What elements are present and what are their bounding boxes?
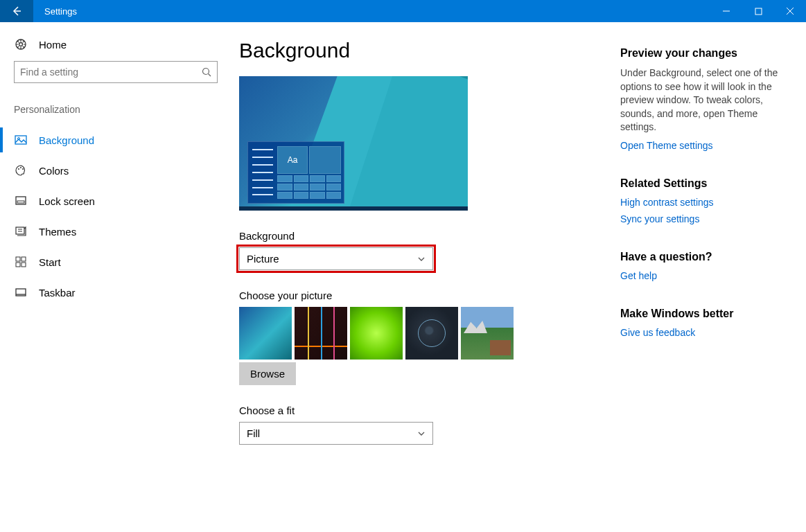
chevron-down-icon (417, 255, 426, 263)
svg-rect-0 (755, 8, 762, 15)
nav-item-start[interactable]: Start (14, 247, 215, 277)
settings-column: Background Aa Background Picture Choose … (239, 39, 606, 532)
svg-point-6 (18, 168, 19, 170)
picture-thumb-4[interactable] (405, 307, 458, 360)
home-label: Home (39, 39, 67, 51)
nav-label: Themes (39, 226, 76, 238)
picture-thumb-2[interactable] (295, 307, 347, 360)
close-icon (786, 7, 794, 15)
nav-item-taskbar[interactable]: Taskbar (14, 277, 215, 308)
choose-picture-label: Choose your picture (239, 290, 606, 301)
background-label: Background (239, 230, 606, 242)
search-input[interactable] (20, 66, 202, 78)
question-title: Have a question? (620, 251, 785, 263)
window-title: Settings (33, 0, 77, 22)
background-preview: Aa (239, 76, 468, 211)
nav-item-background[interactable]: Background (14, 125, 215, 155)
get-help-link[interactable]: Get help (620, 270, 785, 281)
section-label: Personalization (14, 104, 215, 115)
give-feedback-link[interactable]: Give us feedback (620, 327, 785, 338)
background-dropdown[interactable]: Picture (239, 247, 433, 270)
open-theme-settings-link[interactable]: Open Theme settings (620, 140, 785, 151)
minimize-button[interactable] (710, 0, 742, 22)
lockscreen-icon (14, 194, 28, 208)
svg-point-3 (203, 69, 209, 75)
svg-rect-10 (17, 201, 24, 203)
nav-label: Start (39, 256, 61, 268)
browse-button[interactable]: Browse (239, 362, 296, 385)
start-icon (14, 255, 28, 269)
picture-thumb-3[interactable] (350, 307, 403, 360)
search-box[interactable] (14, 61, 218, 83)
home-icon (14, 37, 28, 51)
nav-label: Taskbar (39, 287, 76, 299)
nav-item-colors[interactable]: Colors (14, 155, 215, 186)
feedback-title: Make Windows better (620, 308, 785, 320)
fit-dropdown[interactable]: Fill (239, 422, 433, 445)
sync-settings-link[interactable]: Sync your settings (620, 213, 785, 224)
sidebar: Home Personalization Background Colors L… (0, 22, 229, 532)
picture-thumb-1[interactable] (239, 307, 292, 360)
back-button[interactable] (0, 0, 33, 22)
themes-icon (14, 224, 28, 238)
high-contrast-link[interactable]: High contrast settings (620, 197, 785, 208)
picture-thumb-5[interactable] (461, 307, 514, 360)
maximize-button[interactable] (742, 0, 774, 22)
fit-label: Choose a fit (239, 405, 606, 416)
preview-info-body: Under Background, select one of the opti… (620, 66, 785, 134)
svg-point-2 (19, 43, 23, 46)
fit-dropdown-value: Fill (247, 427, 260, 439)
nav-label: Background (39, 134, 94, 146)
svg-point-7 (20, 167, 21, 168)
picture-icon (14, 133, 28, 147)
close-button[interactable] (774, 0, 806, 22)
search-icon (202, 67, 211, 77)
maximize-icon (755, 8, 762, 15)
taskbar-icon (14, 285, 28, 299)
nav-item-themes[interactable]: Themes (14, 216, 215, 247)
svg-rect-11 (16, 227, 24, 234)
home-link[interactable]: Home (14, 33, 215, 61)
related-settings-title: Related Settings (620, 177, 785, 190)
titlebar: Settings (0, 0, 806, 22)
svg-rect-4 (15, 136, 26, 144)
svg-rect-15 (21, 263, 26, 267)
preview-tile-text: Aa (277, 146, 308, 174)
page-title: Background (239, 39, 606, 62)
svg-rect-14 (16, 263, 20, 267)
minimize-icon (722, 7, 730, 15)
svg-rect-12 (16, 257, 20, 261)
chevron-down-icon (417, 429, 426, 438)
palette-icon (14, 163, 28, 177)
preview-info-title: Preview your changes (620, 47, 785, 60)
window-controls (710, 0, 806, 22)
svg-point-8 (22, 168, 24, 170)
arrow-left-icon (11, 6, 22, 17)
nav-list: Background Colors Lock screen Themes Sta… (14, 125, 215, 308)
nav-label: Colors (39, 165, 69, 177)
info-column: Preview your changes Under Background, s… (606, 39, 785, 532)
picture-thumbnails (239, 307, 606, 360)
background-dropdown-value: Picture (247, 253, 279, 265)
nav-item-lockscreen[interactable]: Lock screen (14, 186, 215, 216)
nav-label: Lock screen (39, 195, 95, 207)
svg-rect-13 (21, 257, 26, 261)
